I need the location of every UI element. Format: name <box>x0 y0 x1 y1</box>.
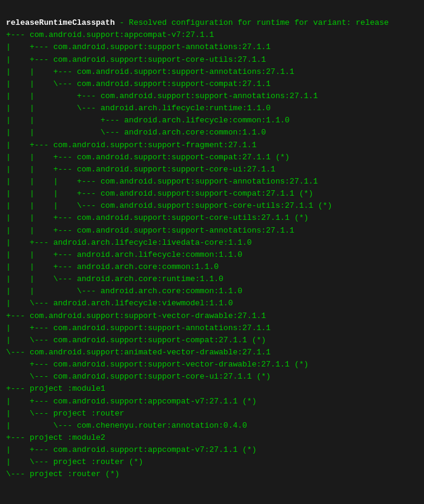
tree-line: | \--- com.chenenyu.router:annotation:0.… <box>6 421 247 430</box>
tree-line: | \--- project :router <box>6 409 124 418</box>
section-name-1: releaseRuntimeClasspath <box>6 18 114 27</box>
tree-line: | +--- android.arch.lifecycle:livedata-c… <box>6 238 252 247</box>
tree-line: +--- project :module1 <box>6 384 105 393</box>
tree-line: | | \--- android.arch.lifecycle:runtime:… <box>6 104 271 113</box>
header-line-1: releaseRuntimeClasspath - Resolved confi… <box>6 18 389 27</box>
tree-line: | | | \--- com.android.support:support-c… <box>6 201 332 210</box>
tree-line: | | +--- android.arch.core:common:1.1.0 <box>6 262 219 271</box>
tree-line: | +--- com.android.support:support-annot… <box>6 323 271 333</box>
tree-line: | | \--- com.android.support:support-com… <box>6 79 271 88</box>
tree-line: | | +--- com.android.support:support-ann… <box>6 226 294 235</box>
tree-line: +--- com.android.support:appcompat-v7:27… <box>6 30 214 39</box>
tree-line: | | +--- com.android.support:support-cor… <box>6 213 308 222</box>
tree-line: | +--- com.android.support:support-annot… <box>6 42 271 51</box>
tree-line: +--- project :module2 <box>6 433 105 442</box>
tree-line: | | \--- android.arch.core:runtime:1.1.0 <box>6 274 224 284</box>
tree-line: | | +--- com.android.support:support-ann… <box>6 67 294 76</box>
tree-line: | | +--- com.android.support:support-ann… <box>6 91 318 101</box>
tree-line: | | \--- android.arch.core:common:1.1.0 <box>6 287 242 296</box>
tree-line: | | +--- com.android.support:support-com… <box>6 153 290 162</box>
tree-line: | \--- com.android.support:support-compa… <box>6 336 266 345</box>
tree-line: \--- com.android.support:support-core-ui… <box>6 372 271 381</box>
tree-line: | +--- com.android.support:support-core-… <box>6 55 266 64</box>
tree-line: \--- project :router (*) <box>6 469 119 479</box>
tree-line: | +--- com.android.support:appcompat-v7:… <box>6 445 256 454</box>
tree-line: | | +--- android.arch.lifecycle:common:1… <box>6 250 242 259</box>
tree-line: | | | +--- com.android.support:support-c… <box>6 189 313 198</box>
tree-line: \--- com.android.support:animated-vector… <box>6 348 271 357</box>
tree-line: | +--- com.android.support:appcompat-v7:… <box>6 397 256 406</box>
tree-line: | +--- com.android.support:support-fragm… <box>6 141 256 150</box>
tree-line: +--- com.android.support:support-vector-… <box>6 360 308 369</box>
tree-line: | | +--- android.arch.lifecycle:common:1… <box>6 116 290 125</box>
tree-line: | | \--- android.arch.core:common:1.1.0 <box>6 128 266 137</box>
tree-line: | \--- project :router (*) <box>6 457 143 466</box>
tree-line: | | +--- com.android.support:support-cor… <box>6 165 276 174</box>
tree-line: +--- com.android.support:support-vector-… <box>6 311 266 320</box>
terminal-output: releaseRuntimeClasspath - Resolved confi… <box>6 5 418 504</box>
tree-line: | | | +--- com.android.support:support-a… <box>6 177 318 186</box>
tree-line: | \--- android.arch.lifecycle:viewmodel:… <box>6 299 233 308</box>
